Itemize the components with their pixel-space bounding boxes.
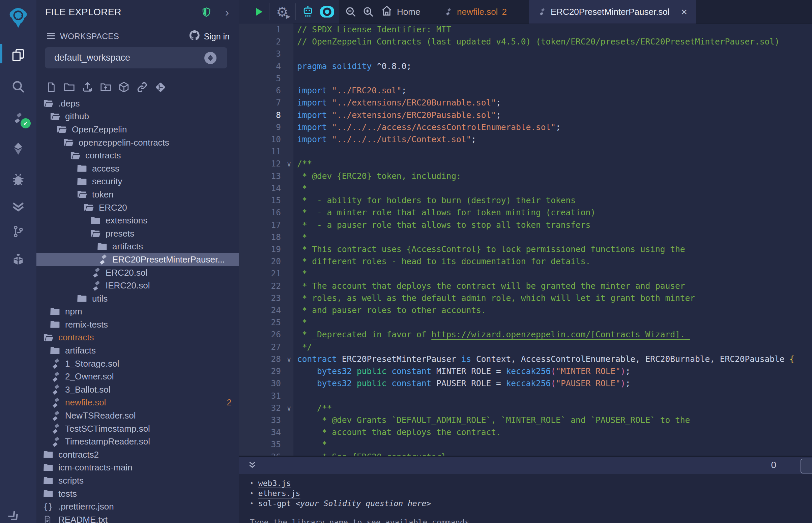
tree-item-tests[interactable]: tests (36, 487, 239, 501)
tab-newfile-sol[interactable]: newfile.sol2 (444, 0, 507, 23)
workspace-select[interactable]: default_workspace (45, 47, 227, 68)
tree-item-testsctimestamp-sol[interactable]: TestSCTimestamp.sol (36, 422, 239, 435)
tree-item-readme-txt[interactable]: README.txt (36, 513, 239, 523)
tree-item-openzeppelin[interactable]: OpenZeppelin (36, 123, 239, 136)
tree-item-label: .deps (58, 98, 80, 109)
link-icon[interactable] (136, 80, 148, 94)
tree-item-timestampreader-sol[interactable]: TimestampReader.sol (36, 435, 239, 448)
copilot-toggle-on[interactable] (317, 0, 337, 23)
tree-item-github[interactable]: github (36, 110, 239, 123)
tree-item-security[interactable]: security (36, 175, 239, 188)
unit-testing-icon[interactable] (0, 195, 36, 217)
fold-chevron-icon[interactable]: ∨ (281, 354, 297, 366)
line-number: 6 (239, 85, 281, 97)
folder-open-icon (77, 190, 89, 199)
line-number: 32 (239, 402, 281, 414)
tree-item-access[interactable]: access (36, 162, 239, 175)
sign-in-button[interactable]: Sign in (189, 29, 230, 43)
plugin-manager-icon[interactable] (0, 249, 36, 270)
tree-item-npm[interactable]: npm (36, 305, 239, 319)
code-text: * @dev Grants `DEFAULT_ADMIN_ROLE`, `MIN… (297, 415, 690, 425)
fold-chevron-icon[interactable]: ∨ (281, 402, 297, 414)
hamburger-menu-icon[interactable] (45, 31, 57, 42)
zoom-in-icon[interactable] (360, 0, 377, 23)
tree-item-prettierrc-json[interactable]: {}.prettierrc.json (36, 500, 239, 513)
run-script-gear-icon[interactable]: ⚙▶ (272, 0, 293, 23)
tree-item-1-storage-sol[interactable]: 1_Storage.sol (36, 357, 239, 371)
line-number: 30 (239, 377, 281, 390)
code-editor[interactable]: 1// SPDX-License-Identifier: MIT2// Open… (239, 23, 812, 456)
tree-item-extensions[interactable]: extensions (36, 214, 239, 227)
tab-label: newfile.sol (457, 7, 498, 17)
code-text: bytes32 public constant PAUSER_ROLE = ke… (297, 378, 630, 388)
terminal-expand-icon[interactable] (247, 460, 257, 472)
terminal-link-web3-js[interactable]: web3.js (258, 479, 291, 488)
code-line-32: 32∨ /** (239, 402, 812, 414)
run-play-button[interactable] (249, 0, 268, 23)
tree-item-newfile-sol[interactable]: newfile.sol2 (36, 396, 239, 410)
line-number: 18 (239, 231, 281, 243)
line-number: 10 (239, 133, 281, 146)
code-line-24: 24 * and pauser roles to other accounts. (239, 304, 812, 317)
tab-erc20presetminterpauser-sol[interactable]: ERC20PresetMinterPauser.sol× (529, 0, 696, 23)
tree-item-erc20[interactable]: ERC20 (36, 201, 239, 214)
tree-item-presets[interactable]: presets (36, 227, 239, 240)
tree-item-erc20-sol[interactable]: ERC20.sol (36, 266, 239, 279)
debugger-icon[interactable] (0, 169, 36, 191)
tree-item-2-owner-sol[interactable]: 2_Owner.sol (36, 370, 239, 383)
solidity-icon (97, 252, 109, 267)
tree-item-contracts[interactable]: contracts (36, 331, 239, 344)
upload-folder-icon[interactable] (100, 80, 112, 94)
new-file-icon[interactable] (45, 80, 57, 94)
code-line-28: 28∨contract ERC20PresetMinterPauser is C… (239, 353, 812, 365)
line-number: 22 (239, 280, 281, 292)
terminal-bar: 0 (239, 457, 812, 474)
shield-icon[interactable] (201, 6, 211, 18)
tree-item-newtsreader-sol[interactable]: NewTSReader.sol (36, 409, 239, 422)
scroll-more-icon[interactable] (4, 507, 25, 523)
file-explorer-icon[interactable] (0, 44, 36, 66)
cube-icon[interactable] (118, 80, 130, 94)
deploy-run-icon[interactable] (0, 138, 36, 159)
tree-item-artifacts[interactable]: artifacts (36, 344, 239, 357)
solidity-icon (90, 265, 103, 280)
line-number: 27 (239, 341, 281, 353)
zoom-out-icon[interactable] (342, 0, 359, 23)
upload-file-icon[interactable] (81, 80, 94, 94)
tree-item-remix-tests[interactable]: remix-tests (36, 318, 239, 331)
fold-chevron-icon[interactable]: ∨ (281, 158, 297, 170)
git-icon[interactable] (0, 221, 36, 242)
tree-item-contracts2[interactable]: contracts2 (36, 448, 239, 461)
tab-home[interactable]: Home (381, 0, 420, 23)
search-icon[interactable] (0, 76, 36, 97)
tree-item-utils[interactable]: utils (36, 292, 239, 305)
git-diamond-icon[interactable] (154, 80, 166, 94)
tree-item-deps[interactable]: .deps (36, 97, 239, 110)
tree-item-token[interactable]: token (36, 188, 239, 201)
chevron-right-icon[interactable]: › (225, 6, 229, 19)
ai-robot-icon[interactable] (299, 0, 317, 23)
solidity-compiler-icon[interactable]: ✓ (0, 107, 36, 129)
terminal-link-ethers-js[interactable]: ethers.js (258, 489, 300, 498)
home-icon (381, 5, 393, 19)
tree-item-contracts[interactable]: contracts (36, 149, 239, 162)
new-folder-icon[interactable] (63, 80, 75, 94)
code-text: * and pauser roles to other accounts. (297, 305, 486, 315)
code-line-7: 7import "../extensions/ERC20Burnable.sol… (239, 97, 812, 109)
tree-item-scripts[interactable]: scripts (36, 474, 239, 487)
tree-item-3-ballot-sol[interactable]: 3_Ballot.sol (36, 383, 239, 396)
terminal-listen-box[interactable] (800, 458, 812, 473)
close-icon[interactable]: × (681, 6, 688, 18)
folder-closed-icon (50, 320, 62, 329)
tree-item-erc20presetminterpauser[interactable]: ERC20PresetMinterPauser... (36, 253, 239, 266)
line-number: 36 (239, 451, 281, 456)
tree-item-openzeppelin-contracts[interactable]: openzeppelin-contracts (36, 136, 239, 149)
file-explorer-panel: FILE EXPLORER › WORKSPACES Sign in defau… (36, 0, 240, 523)
tree-item-label: 2_Owner.sol (65, 371, 114, 382)
sign-in-label: Sign in (204, 32, 230, 41)
code-line-2: 2// OpenZeppelin Contracts (last updated… (239, 36, 812, 48)
tree-item-icm-contracts-main[interactable]: icm-contracts-main (36, 461, 239, 474)
tree-item-artifacts[interactable]: artifacts (36, 240, 239, 253)
folder-closed-icon (43, 450, 55, 459)
tree-item-ierc20-sol[interactable]: IERC20.sol (36, 279, 239, 292)
